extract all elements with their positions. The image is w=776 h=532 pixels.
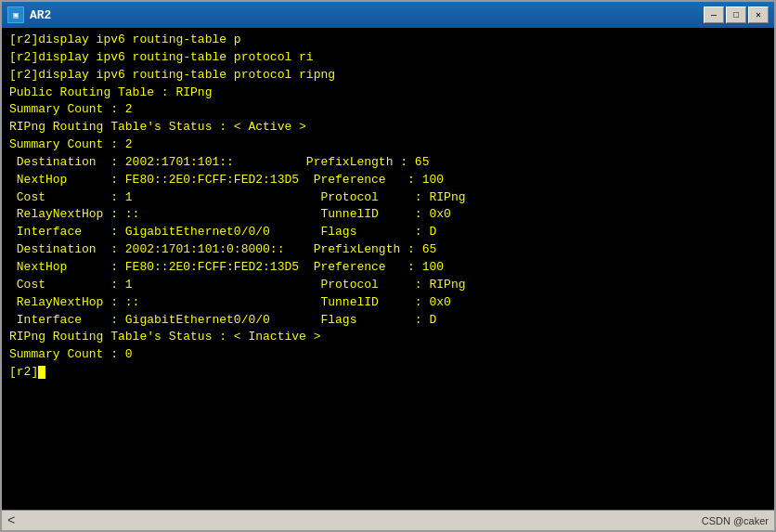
statusbar-left: <: [7, 513, 15, 528]
titlebar: ▣ AR2 — □ ✕: [2, 2, 774, 28]
terminal-line: NextHop : FE80::2E0:FCFF:FED2:13D5 Prefe…: [9, 259, 767, 277]
terminal-line: Interface : GigabitEthernet0/0/0 Flags :…: [9, 224, 767, 241]
terminal-line: [r2]display ipv6 routing-table protocol …: [9, 67, 767, 84]
statusbar: < CSDN @caker: [2, 510, 774, 530]
terminal-line: [r2]display ipv6 routing-table p: [9, 32, 767, 49]
terminal-line: NextHop : FE80::2E0:FCFF:FED2:13D5 Prefe…: [9, 172, 767, 189]
cursor: [38, 366, 45, 379]
close-button[interactable]: ✕: [748, 6, 769, 23]
terminal-line: [r2]: [9, 364, 767, 382]
terminal-line: Public Routing Table : RIPng: [9, 84, 767, 102]
terminal-content: [r2]display ipv6 routing-table p[r2]disp…: [2, 28, 774, 510]
restore-button[interactable]: □: [726, 6, 746, 23]
terminal-line: RIPng Routing Table's Status : < Active …: [9, 119, 767, 136]
terminal-line: RelayNextHop : :: TunnelID : 0x0: [9, 206, 767, 224]
terminal-line: [r2]display ipv6 routing-table protocol …: [9, 49, 767, 67]
terminal-line: RIPng Routing Table's Status : < Inactiv…: [9, 329, 767, 346]
terminal-line: Summary Count : 2: [9, 136, 767, 154]
terminal-area[interactable]: [r2]display ipv6 routing-table p[r2]disp…: [2, 28, 774, 510]
titlebar-buttons: — □ ✕: [704, 6, 769, 23]
minimize-button[interactable]: —: [704, 6, 724, 23]
statusbar-right-text: CSDN @caker: [702, 515, 769, 526]
window-icon: ▣: [7, 6, 24, 23]
terminal-line: Cost : 1 Protocol : RIPng: [9, 277, 767, 294]
terminal-line: Summary Count : 0: [9, 346, 767, 364]
terminal-line: RelayNextHop : :: TunnelID : 0x0: [9, 294, 767, 312]
window-title: AR2: [30, 8, 51, 22]
scroll-left-arrow[interactable]: <: [7, 513, 15, 528]
terminal-line: Destination : 2002:1701:101:: PrefixLeng…: [9, 154, 767, 172]
main-window: ▣ AR2 — □ ✕ [r2]display ipv6 routing-tab…: [0, 0, 776, 532]
terminal-line: Interface : GigabitEthernet0/0/0 Flags :…: [9, 312, 767, 330]
terminal-line: Cost : 1 Protocol : RIPng: [9, 189, 767, 207]
terminal-line: Destination : 2002:1701:101:0:8000:: Pre…: [9, 241, 767, 259]
titlebar-left: ▣ AR2: [7, 6, 51, 23]
terminal-line: Summary Count : 2: [9, 101, 767, 119]
